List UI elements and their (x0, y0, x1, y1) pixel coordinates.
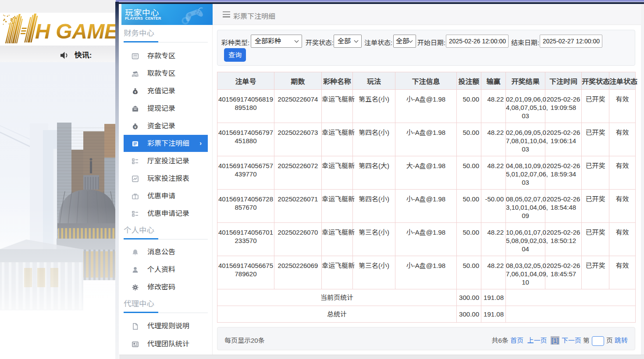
svg-text:¥: ¥ (135, 91, 136, 94)
svg-text:H GAME: H GAME (35, 20, 116, 43)
